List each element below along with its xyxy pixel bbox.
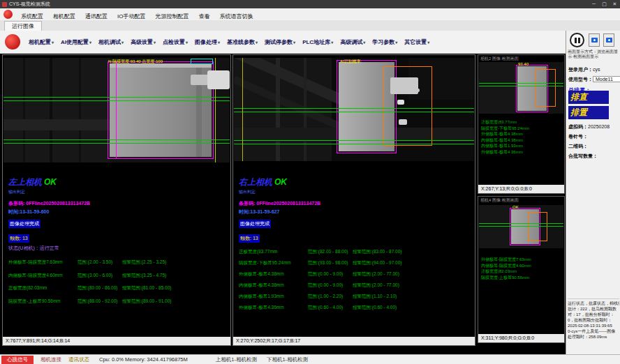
toolbar-item[interactable]: 点检设置▾ — [159, 38, 191, 46]
measurement-row: 内侧极耳-极耳1.93mm范围:(1.00 - 2.20)报警范围:(1.10 … — [239, 294, 472, 300]
reject-counter: 排直 — [568, 91, 609, 104]
left-camera-image[interactable]: N:隔膜宽度:93.40 总宽度:100 — [3, 58, 230, 162]
preview-panel-1: 相机2 图像:检测画面 93.40 正极宽度(83.77mm隔膜宽度-下极耳95… — [478, 54, 565, 194]
toolbar-item[interactable]: PLC地址库▾ — [299, 38, 337, 46]
measurement-row: 正极宽度(83.77mm范围:(82.00 - 88.00)报警范围:(83.0… — [239, 249, 472, 255]
toolbar: 相机配置▾AI使用配置▾相机调试▾高级设置▾点检设置▾图像处理▾基准线参数▾测试… — [0, 31, 566, 54]
statistics-line: 对：17，批检分析颗时： — [568, 312, 619, 317]
preview1-header: 相机2 图像:检测画面 — [480, 56, 519, 62]
menu-item[interactable]: 相机配置 — [48, 13, 80, 20]
toolbar-item[interactable]: 高级调试▾ — [337, 38, 369, 46]
preview-panel-2: 相机4 图像:检测画面 OK 外侧极耳-隔膜宽度7.63mm内侧极耳-隔膜宽度4… — [478, 196, 565, 343]
tab-run-image[interactable]: 运行图像 — [4, 21, 42, 31]
measurement-list: 外侧极耳-隔膜宽度7.63mm范围:(2.00 - 3.50)报警范围:(2.2… — [8, 259, 228, 305]
measurement-row: 隔膜宽度-下极耳95.24mm范围:(93.00 - 98.00)报警范围:(9… — [239, 260, 472, 266]
measurement-row: 外侧极耳-极耳4.38mm范围:(0.00 - 9.00)报警范围:(2.00 … — [239, 271, 472, 278]
lower-camera-test-button[interactable]: 下相机1-相机检测 — [267, 356, 308, 363]
status-badge: OK — [44, 177, 57, 187]
tab-row: 运行图像 — [0, 20, 620, 31]
toolbar-items: 相机配置▾AI使用配置▾相机调试▾高级设置▾点检设置▾图像处理▾基准线参数▾测试… — [25, 38, 433, 46]
toolbar-item[interactable]: 学习参数▾ — [369, 38, 401, 46]
application-window: CYS-视觉检测系统 ─ ▢ ✕ 系统配置相机配置通讯配置IO手动配置光源控制配… — [0, 0, 620, 364]
right-camera-image[interactable]: AI识别概率: — [234, 58, 474, 161]
pause-button[interactable] — [570, 33, 584, 47]
camera-view-1-button[interactable] — [589, 33, 600, 47]
preview-measure-line: 正极宽度(83.77mm — [481, 119, 529, 126]
output-judgement: 输出判定 — [239, 189, 472, 195]
vcode-value: 20250208 — [588, 124, 610, 129]
barcode-text: 条形码: 0FFline2025020813313472B — [8, 200, 228, 207]
batch-row: 合批写数量： — [568, 148, 598, 160]
measurement-row: 外侧极耳-极耳4.36mm范围:(0.60 - 4.00)报警范围:(0.60 … — [239, 305, 472, 311]
chevron-down-icon: ▾ — [218, 40, 220, 45]
status-badge: OK — [274, 177, 287, 187]
roller-graphic — [191, 75, 209, 85]
menu-item[interactable]: 通讯配置 — [80, 13, 112, 20]
preview1-image[interactable]: 93.40 — [479, 62, 563, 114]
preview2-image[interactable]: OK — [479, 205, 563, 248]
model-select[interactable]: Mode11 — [593, 76, 620, 82]
menu-item[interactable]: IO手动配置 — [112, 13, 150, 20]
camera-icon — [606, 38, 612, 43]
left-cursor-readout: X:7677;Y:891;R:14;G:14;B:14 — [3, 337, 230, 345]
toolbar-item[interactable]: 测试停参数▾ — [261, 38, 299, 46]
right-cursor-readout: X:270;Y:2502;R:17;G:17;B:17 — [233, 337, 475, 345]
side-panel: 画面显示方式：浏览画面显示·检测画面显示 登录用户：cys 使用型号：Mode1… — [566, 31, 620, 354]
preview-measure-line: 隔膜宽度-上极耳90.56mm — [481, 275, 531, 281]
display-mode-text: 画面显示方式：浏览画面显示·检测画面显示 — [568, 50, 619, 59]
toolbar-item[interactable]: 图像处理▾ — [191, 38, 223, 46]
preview-measure-line: 外侧极耳-隔膜宽度7.63mm — [481, 257, 531, 263]
toolbar-item[interactable]: 高级设置▾ — [127, 38, 159, 46]
preview1-measurements: 正极宽度(83.77mm隔膜宽度-下极耳95.24mm外侧极耳-极耳4.38mm… — [481, 119, 529, 155]
right-camera-results: 右上相机OK 输出判定 条形码: 0FFline2025020813313472… — [239, 175, 472, 316]
chevron-down-icon: ▾ — [395, 40, 397, 45]
roi-box-orange-graphic — [535, 69, 556, 107]
brand-logo-icon — [3, 10, 13, 19]
left-overlay-text: N:隔膜宽度:93.40 总宽度:100 — [108, 59, 163, 65]
app-icon — [2, 2, 7, 7]
status-bar: 心跳信号 相机连接 通讯状态 Cpu: 0.0% Memory: 3424.41… — [0, 354, 620, 364]
barcode-text: 条形码: 0FFline2025020813313472B — [239, 200, 472, 207]
minimize-button[interactable]: ─ — [589, 1, 599, 7]
statistics-line: 2025:02:08-13:31:39:65 — [568, 323, 619, 328]
menu-item[interactable]: 光源控制配置 — [150, 13, 193, 20]
chevron-down-icon: ▾ — [293, 40, 295, 45]
preview-measure-line: 正极宽度(82.03mm — [481, 268, 531, 275]
cpu-memory-readout: Cpu: 0.0% Memory: 3424.41796875M — [99, 356, 188, 363]
measurement-row: 外侧极耳-隔膜宽度7.63mm范围:(2.00 - 3.50)报警范围:(2.2… — [8, 259, 228, 266]
menu-item[interactable]: 查看 — [193, 13, 214, 20]
left-camera-panel: N:隔膜宽度:93.40 总宽度:100 左上相机OK 输出判定 条形码: 0F… — [2, 54, 231, 346]
camera-view-2-button[interactable] — [603, 33, 614, 47]
note-text: 状态(U相机)：运行正常 — [8, 245, 228, 252]
menu-item[interactable]: 系统语言切换 — [214, 13, 258, 20]
measurement-row: 内侧极耳-隔膜宽度4.60mm范围:(3.00 - 6.00)报警范围:(3.2… — [8, 273, 228, 279]
toolbar-item[interactable]: 相机配置▾ — [25, 38, 57, 46]
time-text: 时间:13-31-59-600 — [8, 208, 228, 215]
close-button[interactable]: ✕ — [610, 1, 620, 7]
preview1-overlay-text: 93.40 — [518, 62, 529, 66]
reject-counters: 排直排置 — [568, 91, 609, 121]
value-box-graphic — [191, 59, 213, 64]
chevron-down-icon: ▾ — [89, 40, 91, 45]
right-overlay-text: AI识别概率: — [340, 59, 362, 65]
maximize-button[interactable]: ▢ — [599, 1, 610, 7]
preview2-cursor-readout: X:311;Y:980;R:0;G:0;B:0 — [478, 334, 564, 342]
preview2-overlay-text: OK — [512, 205, 519, 209]
preview-measure-line: 内侧极耳-隔膜宽度4.60mm — [481, 263, 531, 269]
upper-camera-test-button[interactable]: 上相机1-相机检测 — [216, 356, 257, 363]
statistics-line: 0-cys一件上及笔——图像 — [568, 328, 619, 334]
menu-items: 系统配置相机配置通讯配置IO手动配置光源控制配置查看系统语言切换 — [16, 8, 258, 21]
toolbar-item[interactable]: AI使用配置▾ — [57, 38, 95, 46]
time-text: 时间:13-31-59-627 — [239, 208, 472, 215]
toolbar-item[interactable]: 相机调试▾ — [95, 38, 127, 46]
menu-item[interactable]: 系统配置 — [16, 13, 48, 20]
preview-measure-line: 外侧极耳-极耳4.36mm — [481, 149, 529, 156]
brand-logo-icon — [5, 34, 20, 50]
camera-icon — [591, 38, 598, 43]
toolbar-item[interactable]: 基准线参数▾ — [223, 38, 261, 46]
statistics-line: 运行状态，批废状态，棉线状态 — [568, 301, 619, 306]
toolbar-item[interactable]: 其它设置▾ — [401, 38, 433, 46]
roi-box-orange-graphic — [528, 212, 547, 241]
preview-measure-line: 内侧极耳-极耳4.38mm — [481, 137, 529, 144]
heartbeat-badge[interactable]: 心跳信号 — [1, 356, 34, 364]
